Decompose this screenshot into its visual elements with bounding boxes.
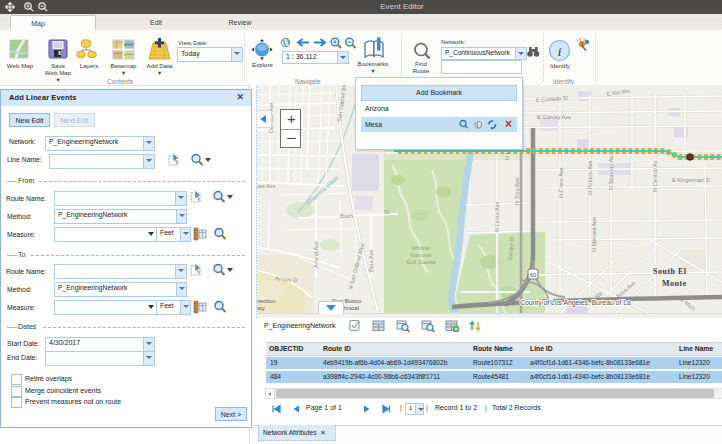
svg-text:N Merced Ave: N Merced Ave — [591, 217, 597, 252]
svg-text:N Seaman Av: N Seaman Av — [608, 156, 614, 190]
svg-text:St: St — [384, 209, 390, 215]
svg-text:South El: South El — [653, 267, 687, 276]
svg-text:N L: N L — [504, 151, 510, 160]
svg-text:E Garvey Ave: E Garvey Ave — [537, 114, 571, 120]
svg-text:ves Ave: ves Ave — [256, 183, 276, 189]
svg-text:N Lema Ave: N Lema Ave — [494, 202, 500, 232]
svg-text:Beta Ave: Beta Ave — [368, 250, 374, 272]
svg-text:nnection: nnection — [254, 298, 276, 304]
svg-text:60: 60 — [530, 272, 537, 278]
svg-text:Golf Course: Golf Course — [406, 259, 436, 265]
svg-text:Arland Ave: Arland Ave — [313, 241, 319, 268]
svg-text:N Potrero Ave: N Potrero Ave — [587, 160, 593, 195]
svg-text:Whittier: Whittier — [412, 245, 431, 251]
svg-text:Narrows: Narrows — [411, 252, 432, 258]
svg-text:County of Los Angeles, Bureau: County of Los Angeles, Bureau of La — [520, 299, 631, 307]
svg-text:N Central Av: N Central Av — [652, 160, 658, 192]
svg-text:i: i — [558, 44, 562, 59]
svg-text:Monte: Monte — [662, 279, 687, 288]
svg-text:N Troy Ave: N Troy Ave — [514, 178, 520, 205]
svg-text:N Chico Ave: N Chico Ave — [558, 167, 564, 198]
svg-text:E Kingerman S: E Kingerman S — [672, 177, 710, 183]
svg-text:Bush: Bush — [340, 213, 353, 219]
